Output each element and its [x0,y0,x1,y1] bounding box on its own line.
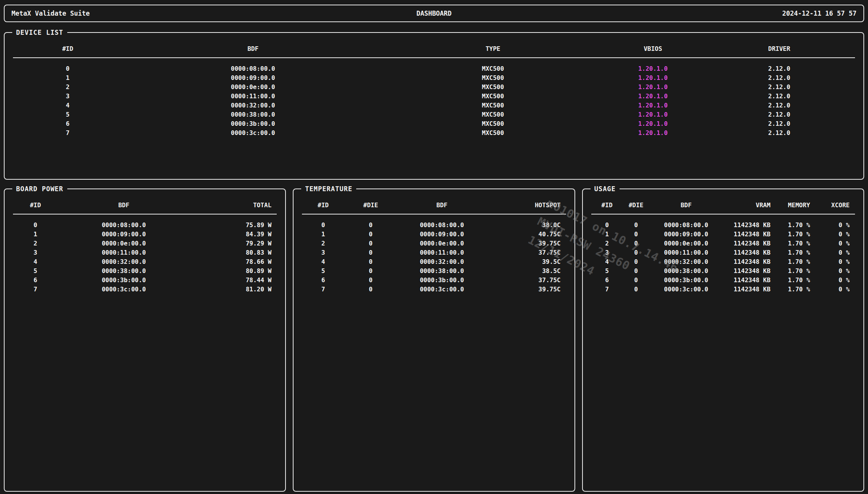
cell: 1.70 % [776,257,816,266]
cell: 0 [302,214,344,230]
cell: 1 [13,230,58,239]
table-row: 40000:32:00.0MXC5001.20.1.02.12.0 [13,101,855,110]
cell: 3 [13,248,58,257]
cell: 5 [591,266,623,276]
cell: 0000:08:00.0 [397,214,487,230]
cell: MXC500 [383,92,602,101]
table-row: 20000:0e:00.079.29 W [13,239,277,248]
table-row: 500000:38:00.01142348 KB1.70 %0 % [591,266,855,276]
cell: 0000:3b:00.0 [649,276,723,285]
cell: 80.83 W [190,248,277,257]
table-row: 00000:08:00.075.89 W [13,214,277,230]
cell: 2.12.0 [703,92,855,101]
cell: 1 [591,230,623,239]
cell: MXC500 [383,128,602,138]
table-row: 50000:38:00.0MXC5001.20.1.02.12.0 [13,110,855,119]
cell: 4 [591,257,623,266]
table-row: 200000:0e:00.01142348 KB1.70 %0 % [591,239,855,248]
cell: 1.70 % [776,248,816,257]
panel-device-list: DEVICE LIST #IDBDFTYPEVBIOSDRIVER00000:0… [4,32,864,180]
cell: 78.44 W [190,276,277,285]
cell: 0000:32:00.0 [397,257,487,266]
column-header: MEMORY [776,189,816,214]
cell: 6 [13,119,122,128]
panel-title-usage: USAGE [591,185,620,193]
dashboard-screen: { "colors": { "background": "#1a1a1a", "… [0,0,868,494]
cell: 2 [13,239,58,248]
cell: 1.70 % [776,285,816,294]
page-title: DASHBOARD [5,10,863,17]
cell: 1142348 KB [723,214,776,230]
cell: 0 [344,214,397,230]
cell: 5 [13,110,122,119]
cell: 39.75C [487,239,566,248]
cell: 6 [591,276,623,285]
cell: 1142348 KB [723,248,776,257]
cell: 1.20.1.0 [602,101,703,110]
cell: 4 [302,257,344,266]
cell: 0000:32:00.0 [122,101,383,110]
cell: 84.39 W [190,230,277,239]
table-row: 00000:08:00.0MXC5001.20.1.02.12.0 [13,58,855,73]
temperature-table: #ID#DIEBDFHOTSPOT000000:08:00.038.0C1000… [302,189,566,294]
cell: 75.89 W [190,214,277,230]
cell: 0 [344,230,397,239]
cell: 0 [623,239,649,248]
cell: 2.12.0 [703,73,855,83]
cell: 1.20.1.0 [602,92,703,101]
column-header: BDF [58,189,190,214]
cell: 0 [344,239,397,248]
table-row: 70000:3c:00.081.20 W [13,285,277,294]
cell: 0 [591,214,623,230]
cell: 1142348 KB [723,285,776,294]
cell: 0 [623,248,649,257]
panel-title-temperature: TEMPERATURE [301,185,356,193]
cell: 0000:32:00.0 [649,257,723,266]
cell: 0000:38:00.0 [122,110,383,119]
cell: 0000:38:00.0 [649,266,723,276]
cell: 0 [344,285,397,294]
cell: 0000:3b:00.0 [58,276,190,285]
cell: 1.70 % [776,239,816,248]
cell: 0 % [815,266,855,276]
bottom-panels-row: BOARD POWER #IDBDFTOTAL00000:08:00.075.8… [4,188,864,492]
table-row: 50000:38:00.080.89 W [13,266,277,276]
cell: 0 % [815,276,855,285]
column-header: BDF [397,189,487,214]
cell: MXC500 [383,73,602,83]
cell: 1 [13,73,122,83]
cell: 38.0C [487,214,566,230]
column-header: BDF [649,189,723,214]
cell: 1142348 KB [723,230,776,239]
table-row: 700000:3c:00.039.75C [302,285,566,294]
cell: 39.75C [487,285,566,294]
cell: 0000:0e:00.0 [122,83,383,92]
cell: 2.12.0 [703,110,855,119]
cell: 3 [591,248,623,257]
cell: 0000:11:00.0 [397,248,487,257]
table-row: 30000:11:00.0MXC5001.20.1.02.12.0 [13,92,855,101]
table-row: 40000:32:00.078.66 W [13,257,277,266]
cell: 3 [13,92,122,101]
cell: 3 [302,248,344,257]
cell: 0 % [815,230,855,239]
panel-title-board-power: BOARD POWER [12,185,67,193]
table-row: 000000:08:00.038.0C [302,214,566,230]
cell: 0 [344,257,397,266]
cell: 0000:09:00.0 [397,230,487,239]
board-power-table: #IDBDFTOTAL00000:08:00.075.89 W10000:09:… [13,189,277,294]
cell: 0 % [815,248,855,257]
cell: 7 [13,285,58,294]
cell: 1.70 % [776,230,816,239]
cell: 0 % [815,214,855,230]
table-row: 10000:09:00.084.39 W [13,230,277,239]
cell: 0 [623,266,649,276]
cell: 38.5C [487,266,566,276]
column-header: VBIOS [602,33,703,58]
cell: 7 [13,128,122,138]
cell: MXC500 [383,119,602,128]
table-row: 000000:08:00.01142348 KB1.70 %0 % [591,214,855,230]
cell: 2.12.0 [703,128,855,138]
table-row: 60000:3b:00.0MXC5001.20.1.02.12.0 [13,119,855,128]
cell: 1 [302,230,344,239]
